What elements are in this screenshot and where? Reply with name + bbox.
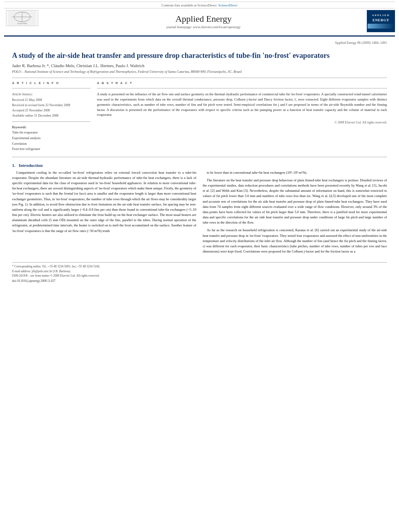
sciencedirect-link[interactable]: ScienceDirect xyxy=(218,3,238,7)
body-col-right: to be lower than in conventional tube-fi… xyxy=(203,170,387,257)
elsevier-logo-image: ELSEVIER xyxy=(6,10,38,26)
footnote-section: * Corresponding author. Tel.: +55 48 323… xyxy=(12,262,387,283)
separator-2 xyxy=(12,88,90,88)
contents-label: Contents lists available at ScienceDirec… xyxy=(162,3,217,7)
badge-wave xyxy=(368,24,394,29)
intro-right-para-3: As far as the research on household refr… xyxy=(203,228,387,254)
keywords-section: Keywords: Tube-fin evaporator Experiment… xyxy=(12,125,90,152)
journal-title-area: Applied Energy journal homepage: www.els… xyxy=(40,14,367,29)
intro-right-para-2: The literature on the heat transfer and … xyxy=(203,178,387,226)
keywords-list: Tube-fin evaporator Experimental analysi… xyxy=(12,130,90,152)
author-names: Jader R. Barbosa Jr. *, Cláudio Melo, Ch… xyxy=(12,64,144,68)
keyword-4: Frost-free refrigerator xyxy=(12,146,90,152)
section-number: 1. xyxy=(12,163,15,168)
article-title: A study of the air-side heat transfer an… xyxy=(12,51,387,60)
article-info-abstract: A R T I C L E I N F O Article history: R… xyxy=(12,81,387,152)
issn: 0306-2619/$ – see front matter © 2008 El… xyxy=(12,273,387,278)
article-container: Applied Energy 86 (2009) 1484–1491 A stu… xyxy=(0,37,399,287)
affiliation: POLO – National Institute of Science and… xyxy=(12,70,387,74)
body-col-left: Compartment cooling in the so-called 'no… xyxy=(12,170,196,257)
applied-energy-badge: APPLIED ENERGY xyxy=(367,10,395,32)
keywords-label: Keywords: xyxy=(12,125,90,129)
article-info-label: A R T I C L E I N F O xyxy=(12,81,90,85)
article-info-block: Article history: Received 21 May 2008 Re… xyxy=(12,92,90,118)
copyright: © 2008 Elsevier Ltd. All rights reserved… xyxy=(97,121,387,124)
intro-left-para-1: Compartment cooling in the so-called 'no… xyxy=(12,170,196,234)
introduction-section: 1. Introduction Compartment cooling in t… xyxy=(12,163,387,257)
separator-5 xyxy=(12,157,387,157)
issue-info: Applied Energy 86 (2009) 1484–1491 xyxy=(12,41,387,45)
journal-meta: Contents lists available at ScienceDirec… xyxy=(4,2,395,8)
keyword-2: Experimental analysis xyxy=(12,136,90,141)
abstract-text: A study is presented on the influence of… xyxy=(97,92,387,117)
journal-url: journal homepage: www.elsevier.com/locat… xyxy=(40,25,367,29)
body-two-col: Compartment cooling in the so-called 'no… xyxy=(12,170,387,257)
intro-right-para-1: to be lower than in conventional tube-fi… xyxy=(203,170,387,175)
authors: Jader R. Barbosa Jr. *, Cláudio Melo, Ch… xyxy=(12,64,387,68)
abstract-label: A B S T R A C T xyxy=(97,81,387,85)
keyword-1: Tube-fin evaporator xyxy=(12,130,90,136)
journal-name: Applied Energy xyxy=(40,14,367,24)
badge-line2: ENERGY xyxy=(372,18,389,23)
article-info-col: A R T I C L E I N F O Article history: R… xyxy=(12,81,90,152)
separator-3 xyxy=(12,121,90,122)
history-label: Article history: xyxy=(12,92,90,97)
header: Contents lists available at ScienceDirec… xyxy=(0,0,399,37)
elsevier-logo: ELSEVIER xyxy=(4,10,40,32)
keyword-3: Correlation xyxy=(12,141,90,147)
svg-text:ELSEVIER: ELSEVIER xyxy=(17,23,27,25)
abstract-col: A B S T R A C T A study is presented on … xyxy=(97,81,387,152)
doi: doi:10.1016/j.apenergy.2008.11.027 xyxy=(12,279,387,283)
received-date: Received 21 May 2008 Received in revised… xyxy=(12,98,90,118)
separator-1 xyxy=(12,78,387,78)
corresponding-author: * Corresponding author. Tel.: +55 48 323… xyxy=(12,264,387,269)
badge-line1: APPLIED xyxy=(372,14,390,18)
email-address: E-mail address: jrb@polo.uisc.br (J.R. B… xyxy=(12,269,387,273)
header-main: ELSEVIER Applied Energy journal homepage… xyxy=(0,8,399,34)
section-heading: 1. Introduction xyxy=(12,163,387,168)
section-title: Introduction xyxy=(19,163,43,168)
separator-4 xyxy=(97,88,387,88)
